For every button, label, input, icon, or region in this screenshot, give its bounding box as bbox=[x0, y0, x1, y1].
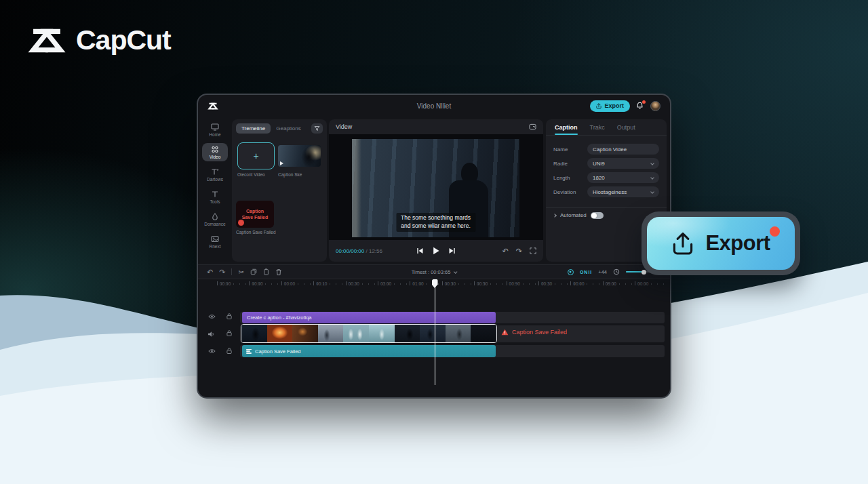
field-label: Name bbox=[553, 146, 587, 153]
lock-icon[interactable] bbox=[226, 348, 232, 354]
droplet-icon bbox=[211, 213, 219, 220]
deviation-select[interactable]: Hiostageiness bbox=[587, 186, 659, 197]
video-thumbnail bbox=[343, 325, 369, 342]
tab-timeline[interactable]: Tremeiine bbox=[236, 123, 271, 134]
media-tabs: Tremeiine Geaptions bbox=[236, 123, 323, 134]
automated-toggle[interactable] bbox=[591, 212, 604, 219]
warning-triangle-icon bbox=[501, 329, 509, 336]
ruler-label: 01:00 bbox=[412, 281, 423, 286]
caption-clip-bottom[interactable]: Caption Save Failed bbox=[242, 345, 496, 357]
name-input[interactable]: Caption Videe bbox=[587, 144, 659, 155]
field-row-deviation: Deviation Hiostageiness bbox=[546, 186, 667, 197]
sidebar-label: Tools bbox=[210, 199, 220, 204]
export-button[interactable]: Export bbox=[590, 100, 630, 112]
failed-tile-line1: Caption bbox=[246, 208, 264, 214]
record-icon[interactable] bbox=[568, 269, 574, 275]
video-thumbnail bbox=[241, 325, 267, 342]
export-callout-button[interactable]: Export bbox=[647, 217, 795, 270]
share-icon bbox=[596, 103, 601, 109]
video-thumbnail bbox=[292, 325, 318, 342]
sidebar: Home Video Dartows Tools Domaance Rnext bbox=[199, 121, 231, 251]
preview-title: Videw bbox=[336, 123, 352, 130]
export-callout[interactable]: Export bbox=[642, 211, 800, 275]
eye-icon[interactable] bbox=[208, 348, 216, 354]
tab-output[interactable]: Output bbox=[617, 119, 635, 135]
failed-caption-tile[interactable]: Caption Save Failed ! bbox=[236, 201, 274, 228]
ruler-label: 00:10 bbox=[316, 281, 327, 286]
prev-frame-button[interactable] bbox=[417, 247, 424, 254]
sidebar-item-home[interactable]: Home bbox=[202, 121, 228, 139]
funnel-icon bbox=[314, 125, 320, 132]
slider-knob[interactable] bbox=[642, 270, 646, 275]
ruler-label: 00:20 bbox=[349, 281, 359, 286]
notifications-bell-icon[interactable] bbox=[636, 102, 644, 110]
trash-icon[interactable] bbox=[275, 268, 282, 276]
sidebar-label: Domaance bbox=[204, 222, 225, 226]
plus-icon: + bbox=[253, 150, 258, 161]
caption-lines-icon bbox=[246, 349, 252, 354]
timecode-dropdown[interactable]: Timest : 00:03:65 bbox=[412, 269, 457, 275]
timeline-ruler[interactable]: 00:00 00:00 00:00 00:10 00:20 03:00 01:0… bbox=[217, 280, 667, 289]
preview-header: Videw bbox=[329, 119, 543, 134]
speaker-icon[interactable] bbox=[208, 331, 215, 338]
media-panel: Tremeiine Geaptions + Oiecont Video Capt… bbox=[232, 119, 327, 262]
sidebar-item-tools[interactable]: Tools bbox=[202, 188, 228, 206]
sidebar-item-rnext[interactable]: Rnext bbox=[202, 233, 228, 251]
clip-tile-label: Caption Ske bbox=[278, 172, 302, 177]
video-frame: The some sonething mards and some wiiar … bbox=[352, 139, 519, 237]
error-badge: ! bbox=[238, 220, 244, 226]
ruler-label: 00:00 bbox=[220, 281, 231, 286]
notification-dot bbox=[770, 226, 780, 237]
chevron-down-icon bbox=[454, 270, 458, 274]
field-value: UNi9 bbox=[593, 161, 605, 167]
length-select[interactable]: 1820 bbox=[587, 172, 659, 183]
sidebar-item-dartows[interactable]: Dartows bbox=[202, 165, 228, 184]
lock-icon[interactable] bbox=[226, 330, 232, 336]
ruler-label: 00:30 bbox=[541, 281, 552, 286]
redo-icon[interactable]: ↷ bbox=[516, 247, 522, 255]
copy-icon[interactable] bbox=[250, 268, 257, 275]
tab-track[interactable]: Trakc bbox=[590, 119, 605, 135]
sidebar-item-video[interactable]: Video bbox=[202, 143, 228, 161]
redo-icon[interactable]: ↷ bbox=[219, 268, 225, 276]
inspector-tabs: Caption Trakc Output bbox=[546, 119, 667, 136]
timer-icon[interactable] bbox=[613, 268, 620, 275]
editor-window: Video Nlliet Export Home Video bbox=[197, 94, 671, 399]
field-row-radie: Radie UNi9 bbox=[546, 158, 667, 169]
undo-icon[interactable]: ↶ bbox=[502, 247, 509, 255]
ruler-label: 03:00 bbox=[380, 281, 391, 286]
tab-caption[interactable]: Caption bbox=[555, 119, 578, 135]
user-avatar[interactable] bbox=[650, 101, 660, 111]
undo-icon[interactable]: ↶ bbox=[207, 268, 213, 276]
tab-captions[interactable]: Geaptions bbox=[271, 123, 306, 134]
lock-icon[interactable] bbox=[226, 313, 232, 319]
chevron-right-icon[interactable] bbox=[553, 214, 557, 218]
video-thumbnail bbox=[420, 325, 446, 342]
automated-label: Automated bbox=[560, 212, 587, 218]
radie-select[interactable]: UNi9 bbox=[587, 158, 659, 169]
ruler-label: 00:00 bbox=[284, 281, 295, 286]
image-icon bbox=[211, 235, 219, 243]
picture-in-picture-icon[interactable] bbox=[529, 123, 536, 130]
filter-button[interactable] bbox=[311, 123, 323, 134]
failed-tile-label: Caption Save Failed bbox=[236, 230, 276, 235]
brand-logo: CapCut bbox=[27, 24, 171, 56]
next-frame-button[interactable] bbox=[449, 247, 456, 254]
clipboard-icon[interactable] bbox=[263, 268, 269, 275]
timecode-text: Timest : 00:03:65 bbox=[412, 269, 451, 275]
timeline-toolbar: ↶ ↷ ✂ Timest : 00:03:65 ONII +44 bbox=[198, 264, 670, 279]
sidebar-item-domaance[interactable]: Domaance bbox=[202, 210, 228, 228]
fullscreen-icon[interactable] bbox=[530, 247, 536, 254]
preview-footer: 00:00/00:00 / 12:56 ↶ ↷ bbox=[329, 240, 543, 262]
play-button[interactable] bbox=[433, 247, 440, 255]
field-row-length: Length 1820 bbox=[546, 172, 667, 183]
zoom-value: +44 bbox=[598, 269, 607, 275]
split-scissors-icon[interactable]: ✂ bbox=[238, 268, 243, 276]
field-label: Radie bbox=[553, 161, 587, 167]
video-clip[interactable] bbox=[241, 324, 497, 343]
time-duration: / 12:56 bbox=[364, 248, 382, 254]
eye-icon[interactable] bbox=[208, 314, 216, 319]
caption-clip-top[interactable]: Create c aption - #havizotiqa bbox=[242, 312, 496, 323]
media-clip-tile[interactable] bbox=[278, 145, 321, 167]
add-media-tile[interactable]: + bbox=[237, 142, 275, 169]
